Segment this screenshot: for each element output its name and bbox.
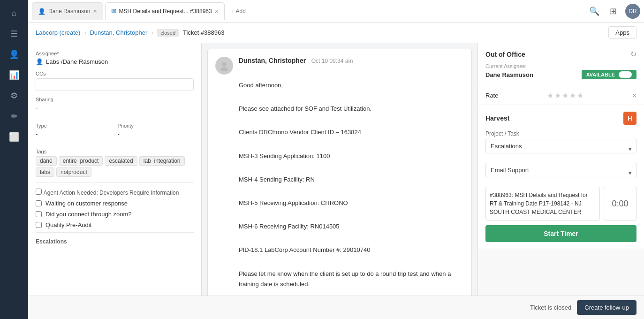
sender-avatar: [215, 57, 233, 75]
harvest-note[interactable]: #388963: MSH Details and Request for RT …: [485, 187, 600, 220]
tab-add-button[interactable]: + Add: [227, 6, 250, 16]
breadcrumb-dunstan[interactable]: Dunstan, Christopher: [90, 29, 147, 36]
assignee-value: 👤 Labs /Dane Rasmuson: [36, 58, 194, 65]
msg-line-8: PID-18.1 LabCorp Account Number #: 29010…: [239, 245, 464, 255]
agent-action-row: Agent Action Needed: Developers Require …: [36, 189, 194, 196]
agent-action-label: Agent Action Needed: Developers Require …: [44, 190, 179, 196]
breadcrumb-sep-1: ›: [84, 30, 86, 36]
message-header: Dunstan, Christopher Oct 10 09:34 am: [215, 57, 464, 75]
sidebar-users-icon[interactable]: 👤: [6, 46, 23, 63]
sender-name: Dunstan, Christopher: [239, 57, 306, 64]
grid-icon[interactable]: ⊞: [606, 5, 620, 18]
msg-line-5: MSH-4 Sending Facility: RN: [239, 175, 464, 185]
rate-close-icon[interactable]: ×: [632, 91, 636, 100]
msg-line-4: MSH-3 Sending Application: 1100: [239, 151, 464, 161]
message-meta: Dunstan, Christopher Oct 10 09:34 am: [239, 57, 353, 64]
section-divider-3: [36, 232, 194, 233]
sidebar-reports-icon[interactable]: 📊: [6, 67, 23, 84]
svg-point-0: [222, 62, 227, 67]
start-timer-button[interactable]: Start Timer: [485, 225, 636, 242]
left-panel: Assignee* 👤 Labs /Dane Rasmuson CCs Shar…: [28, 43, 202, 319]
right-panel: Out of Office ↻ Current Assignee: Dane R…: [477, 43, 644, 319]
priority-label: Priority: [118, 123, 194, 129]
stars-container: ★ ★ ★ ★ ★: [547, 91, 583, 100]
sidebar-home-icon[interactable]: ⌂: [6, 5, 23, 22]
assignee-person-icon: 👤: [36, 58, 43, 65]
ticket-closed-text: Ticket is closed: [530, 304, 571, 311]
harvest-section: Harvest H Project / Task Escalations Ema…: [478, 105, 644, 249]
star-4[interactable]: ★: [569, 91, 576, 100]
type-value: -: [36, 130, 112, 137]
tab-person-icon: 👤: [38, 8, 45, 15]
ticket-number: Ticket #388963: [183, 29, 224, 36]
star-3[interactable]: ★: [562, 91, 568, 100]
tab-dane-label: Dane Rasmuson: [48, 8, 90, 15]
harvest-letter: H: [628, 114, 632, 122]
assignee-label: Assignee*: [36, 51, 194, 56]
project-task-label: Project / Task: [485, 130, 636, 137]
user-avatar[interactable]: DR: [625, 4, 640, 19]
tab-email-icon: ✉: [111, 8, 116, 15]
apps-button[interactable]: Apps: [608, 26, 636, 39]
sidebar-settings-icon[interactable]: ⚙: [6, 87, 23, 104]
tab-add-label: + Add: [231, 8, 246, 15]
search-icon[interactable]: 🔍: [588, 5, 601, 18]
escalations-heading: Escalations: [36, 238, 194, 245]
star-1[interactable]: ★: [547, 91, 553, 100]
cb-quality[interactable]: [36, 222, 42, 228]
msg-line-3: Clients DRChrono Vendor Client ID – 1638…: [239, 127, 464, 137]
tag-lab-integration: lab_integration: [139, 156, 185, 166]
sidebar-edit-icon[interactable]: ✏: [6, 108, 23, 125]
harvest-header: Harvest H: [485, 112, 636, 125]
main-area: 👤 Dane Rasmuson × ✉ MSH Details and Requ…: [28, 0, 644, 319]
out-of-office-section: Out of Office ↻ Current Assignee: Dane R…: [478, 43, 644, 86]
rate-section: Rate ★ ★ ★ ★ ★ ×: [478, 86, 644, 105]
star-2[interactable]: ★: [554, 91, 561, 100]
available-toggle[interactable]: [619, 71, 632, 78]
msg-line-7: MSH-6 Receiving Facility: RN014505: [239, 221, 464, 232]
message-time: Oct 10 09:34 am: [311, 58, 353, 64]
cb-zoom-label: Did you connect through zoom?: [45, 211, 132, 218]
tag-dane: dane: [36, 156, 57, 166]
checkbox-waiting: Waiting on customer response: [36, 200, 194, 207]
message-card: Dunstan, Christopher Oct 10 09:34 am Goo…: [207, 49, 472, 319]
sidebar-tickets-icon[interactable]: ☰: [6, 25, 23, 42]
tab-msh-label: MSH Details and Request... #388963: [119, 8, 212, 15]
available-badge: AVAILABLE: [582, 70, 636, 79]
tab-close-1[interactable]: ×: [93, 8, 97, 15]
section-divider-1: [36, 117, 194, 117]
svg-point-1: [220, 67, 228, 71]
tab-msh-details[interactable]: ✉ MSH Details and Request... #388963 ×: [105, 2, 225, 20]
refresh-icon[interactable]: ↻: [630, 50, 636, 59]
left-sidebar: ⌂ ☰ 👤 📊 ⚙ ✏ ⬜: [0, 0, 28, 319]
tab-dane-rasmuson[interactable]: 👤 Dane Rasmuson ×: [32, 2, 103, 20]
ccs-input[interactable]: [36, 78, 194, 91]
cb-quality-label: Quality Pre-Audit: [45, 221, 91, 228]
star-5[interactable]: ★: [577, 91, 583, 100]
tags-container: dane entire_product escalated lab_integr…: [36, 156, 194, 177]
msg-line-1: Good afternoon,: [239, 80, 464, 91]
create-followup-button[interactable]: Create follow-up: [577, 300, 636, 315]
type-priority-row: Type - Priority -: [36, 123, 194, 143]
checkbox-quality: Quality Pre-Audit: [36, 221, 194, 228]
sharing-label: Sharing: [36, 97, 194, 102]
breadcrumb-sep-2: ›: [151, 30, 153, 36]
tab-close-2[interactable]: ×: [215, 8, 219, 15]
tab-bar: 👤 Dane Rasmuson × ✉ MSH Details and Requ…: [28, 0, 644, 23]
tag-entire-product: entire_product: [59, 156, 103, 166]
ticket-status-badge: closed: [157, 29, 179, 37]
breadcrumb-labcorp[interactable]: Labcorp (create): [36, 29, 80, 36]
assignee-row: Dane Rasmuson AVAILABLE: [485, 70, 636, 79]
tag-notproduct: notproduct: [56, 167, 91, 177]
project-select[interactable]: Escalations: [485, 139, 636, 153]
task-select[interactable]: Email Support: [485, 163, 636, 177]
available-label: AVAILABLE: [586, 72, 615, 77]
middle-panel: Dunstan, Christopher Oct 10 09:34 am Goo…: [202, 43, 477, 319]
cb-waiting[interactable]: [36, 200, 42, 206]
ccs-label: CCs: [36, 71, 194, 76]
cb-zoom[interactable]: [36, 211, 42, 217]
tab-bar-right: 🔍 ⊞ DR: [588, 4, 640, 19]
out-of-office-title: Out of Office: [485, 51, 525, 58]
agent-action-checkbox[interactable]: [36, 189, 42, 195]
sidebar-box-icon[interactable]: ⬜: [6, 129, 23, 145]
